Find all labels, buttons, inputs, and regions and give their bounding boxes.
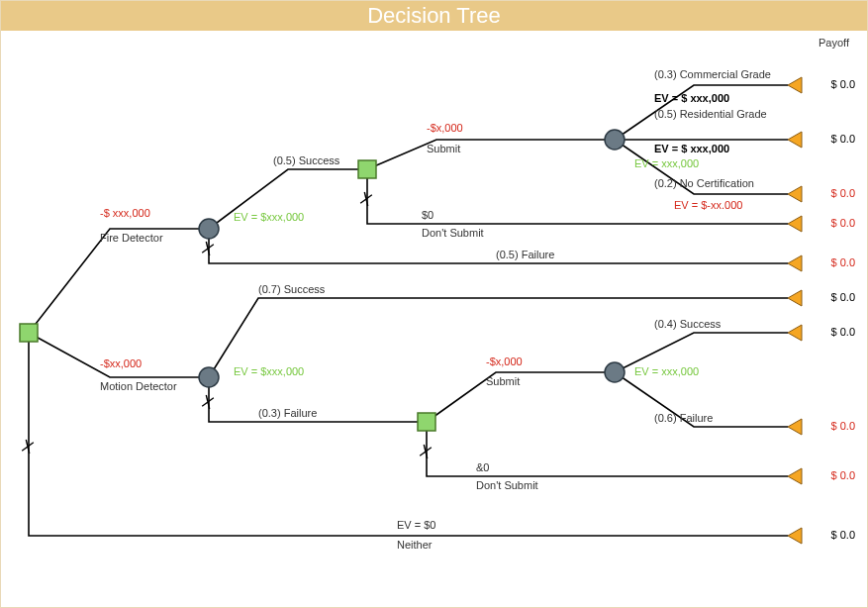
payoff-10: $ 0.0 xyxy=(831,529,855,541)
motion-success: (0.7) Success xyxy=(258,283,325,295)
m-sub-ev: EV = xxx,000 xyxy=(634,365,699,377)
payoff-9: $ 0.0 xyxy=(831,469,855,481)
fire-success: (0.5) Success xyxy=(273,154,339,166)
no-cert: (0.2) No Certification xyxy=(654,177,754,189)
diagram-canvas: Payoff xyxy=(1,31,867,607)
diagram-title: Decision Tree xyxy=(1,1,867,31)
residential: (0.5) Residential Grade xyxy=(654,108,767,120)
no-cert-ev: EV = $-xx.000 xyxy=(674,199,742,211)
neither: Neither xyxy=(397,539,432,551)
motion-ev: EV = $xxx,000 xyxy=(234,365,304,377)
commercial-ev: EV = $ xxx,000 xyxy=(654,92,729,104)
m-dont: Don't Submit xyxy=(476,479,538,491)
fire-label: Fire Detector xyxy=(100,232,163,244)
payoff-4: $ 0.0 xyxy=(831,217,855,229)
dont-label: Don't Submit xyxy=(422,227,484,239)
fire-cost: -$ xxx,000 xyxy=(100,207,150,219)
m-submit-cost: -$x,000 xyxy=(486,355,523,367)
fire-ev: EV = $xxx,000 xyxy=(234,211,304,223)
motion-label: Motion Detector xyxy=(100,380,177,392)
motion-failure: (0.3) Failure xyxy=(258,407,317,419)
payoff-5: $ 0.0 xyxy=(831,256,855,268)
m-zero: &0 xyxy=(476,461,489,473)
payoff-7: $ 0.0 xyxy=(831,326,855,338)
residential-ev: EV = $ xxx,000 xyxy=(654,143,729,154)
m-failure2: (0.6) Failure xyxy=(654,412,713,424)
fire-failure: (0.5) Failure xyxy=(496,249,554,260)
payoff-2: $ 0.0 xyxy=(831,133,855,145)
m-submit: Submit xyxy=(486,375,520,387)
payoff-1: $ 0.0 xyxy=(831,78,855,90)
submit-label: Submit xyxy=(427,143,460,154)
submit-cost: -$x,000 xyxy=(427,122,463,134)
cert-ev: EV = xxx,000 xyxy=(634,157,699,169)
diagram-container: Decision Tree Payoff xyxy=(0,0,868,608)
payoff-3: $ 0.0 xyxy=(831,187,855,199)
neither-ev: EV = $0 xyxy=(397,519,435,531)
payoff-6: $ 0.0 xyxy=(831,291,855,303)
commercial: (0.3) Commercial Grade xyxy=(654,68,771,80)
dont-cost: $0 xyxy=(422,209,434,221)
payoff-8: $ 0.0 xyxy=(831,420,855,432)
motion-cost: -$xx,000 xyxy=(100,357,142,369)
m-success2: (0.4) Success xyxy=(654,318,721,330)
